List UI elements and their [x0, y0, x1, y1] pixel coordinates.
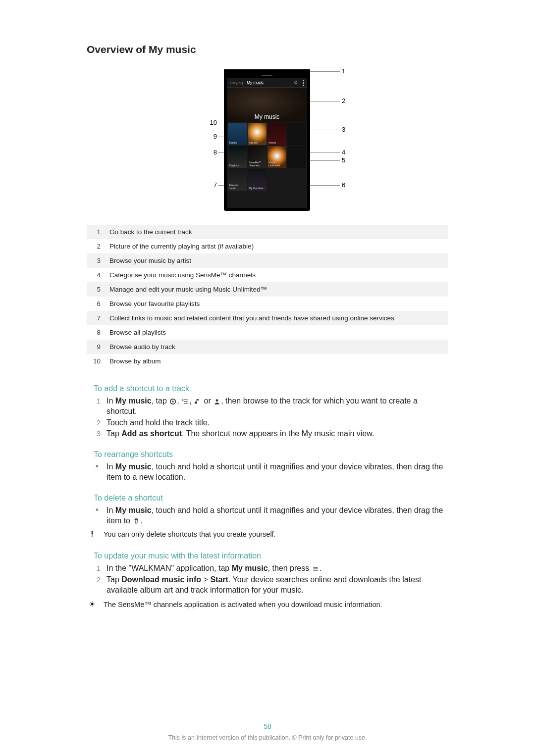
legend-row: 3Browse your music by artist	[87, 253, 448, 268]
svg-line-30	[94, 602, 94, 603]
legend-row: 9Browse audio by track	[87, 340, 448, 354]
step-text: In My music, touch and hold a shortcut u…	[107, 505, 448, 526]
phone-mockup: Playing My music My music	[224, 69, 310, 211]
svg-line-27	[90, 602, 91, 603]
callout-4: 4	[342, 149, 345, 156]
tile-albums[interactable]: Albums	[248, 123, 267, 145]
tile-empty-2	[287, 146, 306, 168]
svg-point-16	[216, 399, 218, 402]
tile-sensme[interactable]: SensMe™ channels	[248, 146, 267, 168]
callout-6: 6	[342, 181, 345, 189]
svg-line-1	[297, 83, 298, 85]
callout-3: 3	[342, 126, 345, 133]
figure-wrap: 1 2 3 4 5 6 7 8 9 10	[87, 69, 448, 211]
callout-5: 5	[342, 156, 345, 164]
footer-note: This is an Internet version of this publ…	[0, 734, 535, 741]
legend-row: 5Manage and edit your music using Music …	[87, 282, 448, 297]
callout-10: 10	[205, 119, 217, 126]
music-note-icon	[194, 398, 201, 405]
bullet-icon: •	[94, 505, 101, 526]
svg-point-0	[295, 81, 297, 84]
svg-line-29	[90, 605, 91, 606]
legend-row: 6Browse your favourite playlists	[87, 297, 448, 311]
step-text: In My music, touch and hold a shortcut u…	[107, 462, 448, 483]
step-text: In the "WALKMAN" application, tap My mus…	[107, 563, 448, 574]
step-number: 3	[94, 429, 101, 439]
step-number: 1	[94, 396, 101, 417]
tile-empty	[287, 123, 306, 145]
tile-music-unlimited[interactable]: Music Unlimited	[268, 146, 286, 168]
svg-rect-17	[92, 531, 93, 535]
legend-row: 2Picture of the currently playing artist…	[87, 239, 448, 253]
search-icon[interactable]	[294, 80, 299, 85]
callout-8: 8	[205, 149, 217, 156]
section-title: To delete a shortcut	[94, 493, 448, 503]
tip-text: The SensMe™ channels application is acti…	[104, 600, 382, 610]
person-icon	[214, 398, 220, 405]
svg-point-18	[92, 536, 93, 537]
playlist-icon	[182, 398, 189, 405]
svg-line-28	[94, 605, 94, 606]
step-number: 2	[94, 575, 101, 596]
callout-9: 9	[205, 133, 217, 140]
callout-2: 2	[342, 97, 345, 104]
now-playing-artist-image[interactable]: My music	[227, 88, 307, 122]
page-number: 58	[0, 722, 535, 730]
callout-1: 1	[342, 67, 345, 75]
section-title: To add a shortcut to a track	[94, 383, 448, 393]
step-number: 1	[94, 563, 101, 574]
legend-row: 8Browse all playlists	[87, 325, 448, 340]
step-text: Touch and hold the track title.	[107, 418, 448, 428]
tile-tracks[interactable]: Tracks	[228, 123, 247, 145]
callout-7: 7	[205, 181, 217, 189]
overflow-menu-icon[interactable]	[303, 80, 304, 86]
legend-row: 10Browse by album	[87, 354, 448, 368]
tile-favorites[interactable]: My favorites	[248, 169, 267, 191]
annotated-screenshot: 1 2 3 4 5 6 7 8 9 10	[185, 69, 350, 211]
step-text: In My music, tap , , or , then browse to…	[107, 396, 448, 417]
legend-row: 1Go back to the current track	[87, 225, 448, 239]
tile-artists[interactable]: Artists	[268, 123, 286, 145]
tab-playing[interactable]: Playing	[230, 81, 243, 85]
warning-icon	[87, 530, 98, 540]
step-number: 2	[94, 418, 101, 428]
section-title: To rearrange shortcuts	[94, 449, 448, 459]
note-text: You can only delete shortcuts that you c…	[104, 530, 276, 540]
tab-mymusic[interactable]: My music	[247, 80, 264, 85]
svg-marker-15	[182, 399, 184, 401]
menu-icon	[312, 565, 319, 572]
legend-row: 4Categorise your music using SensMe™ cha…	[87, 268, 448, 282]
section-title: To update your music with the latest inf…	[94, 551, 448, 560]
disc-icon	[169, 398, 176, 405]
svg-point-22	[91, 603, 94, 605]
step-text: Tap Download music info > Start. Your de…	[107, 575, 448, 596]
step-text: Tap Add as shortcut. The shortcut now ap…	[107, 429, 448, 439]
trash-icon	[133, 517, 140, 524]
svg-point-11	[172, 401, 174, 403]
app-header: Playing My music	[227, 78, 307, 88]
legend-row: 7Collect links to music and related cont…	[87, 311, 448, 325]
tile-friends-music[interactable]: Friends' music	[228, 169, 247, 191]
bullet-icon: •	[94, 462, 101, 483]
page-title: Overview of My music	[87, 44, 448, 55]
tile-playlists[interactable]: Playlists	[228, 146, 247, 168]
tip-icon	[87, 600, 98, 610]
legend-table: 1Go back to the current track 2Picture o…	[87, 225, 448, 368]
